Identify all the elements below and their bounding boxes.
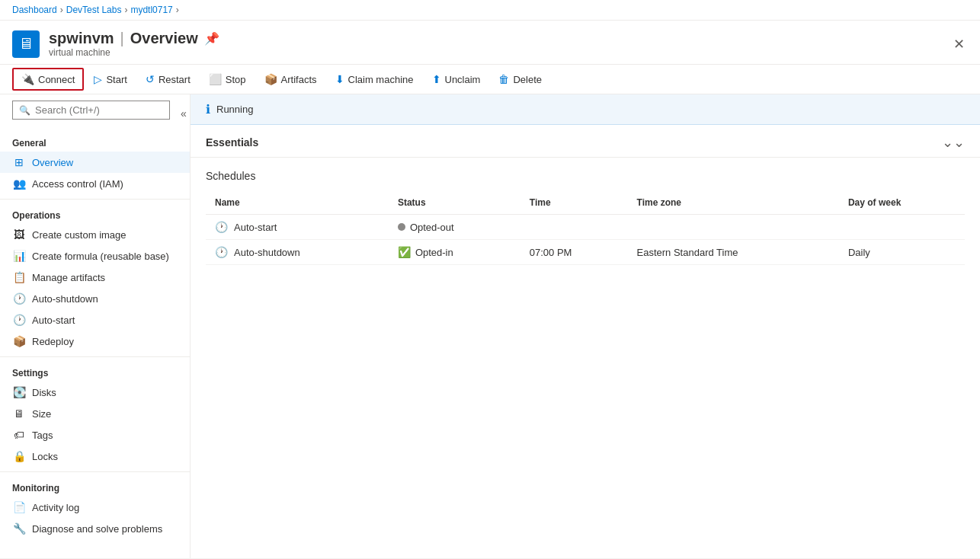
delete-button[interactable]: 🗑 Delete — [490, 69, 550, 90]
sidebar-item-manage-artifacts[interactable]: 📋 Manage artifacts — [0, 267, 190, 288]
nav-icon-tags: 🏷 — [12, 429, 26, 441]
toolbar: 🔌 Connect ▷ Start ↺ Restart ⬜ Stop 📦 Art… — [0, 65, 980, 94]
table-row: 🕐 Auto-start Opted-out — [206, 215, 965, 240]
sidebar-item-overview[interactable]: ⊞ Overview — [0, 152, 190, 173]
col-timezone: Time zone — [628, 191, 839, 215]
sidebar-item-disks[interactable]: 💽 Disks — [0, 382, 190, 403]
close-button[interactable]: ✕ — [950, 33, 968, 56]
check-icon: ✅ — [398, 246, 411, 258]
sidebar: 🔍 « General ⊞ Overview 👥 Access control … — [0, 94, 191, 558]
col-day: Day of week — [839, 191, 965, 215]
claim-icon: ⬇ — [335, 73, 344, 85]
status-text: Running — [216, 104, 253, 115]
nav-label-redeploy: Redeploy — [32, 336, 74, 347]
start-icon: ▷ — [94, 73, 102, 85]
sidebar-item-locks[interactable]: 🔒 Locks — [0, 446, 190, 467]
restart-icon: ↺ — [146, 73, 155, 85]
schedule-day-cell — [839, 215, 965, 240]
sidebar-item-auto-shutdown[interactable]: 🕐 Auto-shutdown — [0, 288, 190, 309]
connect-icon: 🔌 — [21, 73, 34, 85]
nav-icon-custom-image: 🖼 — [12, 228, 26, 241]
sidebar-item-custom-image[interactable]: 🖼 Create custom image — [0, 224, 190, 245]
nav-label-iam: Access control (IAM) — [32, 178, 123, 190]
nav-label-tags: Tags — [32, 430, 53, 441]
schedule-status-cell: Opted-out — [389, 215, 520, 240]
nav-label-size: Size — [32, 408, 51, 420]
settings-section-label: Settings — [0, 362, 190, 382]
collapse-sidebar-button[interactable]: « — [179, 106, 188, 121]
sidebar-item-formula[interactable]: 📊 Create formula (reusable base) — [0, 245, 190, 267]
sidebar-item-diagnose[interactable]: 🔧 Diagnose and solve problems — [0, 518, 190, 539]
breadcrumb-devtest[interactable]: DevTest Labs — [66, 5, 122, 15]
nav-icon-iam: 👥 — [12, 177, 26, 190]
claim-machine-button[interactable]: ⬇ Claim machine — [327, 69, 422, 90]
pin-icon[interactable]: 📌 — [204, 31, 219, 46]
vm-type: virtual machine — [49, 47, 219, 58]
essentials-title: Essentials — [206, 136, 258, 149]
schedules-section: Schedules Name Status Time Time zone Day… — [191, 158, 980, 277]
nav-label-formula: Create formula (reusable base) — [32, 251, 169, 262]
schedule-timezone-cell: Eastern Standard Time — [628, 240, 839, 265]
schedule-name-cell: 🕐 Auto-start — [206, 215, 389, 240]
breadcrumb-dashboard[interactable]: Dashboard — [12, 5, 57, 15]
nav-label-activity-log: Activity log — [32, 502, 79, 513]
breadcrumb-lab[interactable]: mydtl0717 — [130, 5, 172, 15]
clock-icon: 🕐 — [215, 246, 228, 258]
general-section-label: General — [0, 132, 190, 152]
schedule-timezone-cell — [628, 215, 839, 240]
nav-label-custom-image: Create custom image — [32, 229, 127, 241]
table-body: 🕐 Auto-start Opted-out 🕐 Auto-shutdown ✅… — [206, 215, 965, 265]
nav-icon-manage-artifacts: 📋 — [12, 271, 26, 283]
header-title-section: spwinvm | Overview 📌 virtual machine — [49, 30, 219, 58]
search-input[interactable] — [35, 104, 163, 116]
clock-icon: 🕐 — [215, 221, 228, 233]
artifacts-button[interactable]: 📦 Artifacts — [256, 69, 325, 90]
table-header: Name Status Time Time zone Day of week — [206, 191, 965, 215]
nav-label-diagnose: Diagnose and solve problems — [32, 523, 162, 535]
unclaim-button[interactable]: ⬆ Unclaim — [424, 69, 489, 90]
col-status: Status — [389, 191, 520, 215]
sidebar-item-size[interactable]: 🖥 Size — [0, 403, 190, 424]
nav-icon-activity-log: 📄 — [12, 501, 26, 513]
info-icon: ℹ — [206, 102, 210, 117]
sidebar-item-tags[interactable]: 🏷 Tags — [0, 424, 190, 446]
stop-icon: ⬜ — [209, 73, 222, 85]
table-row: 🕐 Auto-shutdown ✅Opted-in 07:00 PM Easte… — [206, 240, 965, 265]
nav-label-manage-artifacts: Manage artifacts — [32, 272, 105, 283]
schedule-time-cell: 07:00 PM — [520, 240, 628, 265]
vm-name: spwinvm — [49, 30, 114, 47]
stop-button[interactable]: ⬜ Stop — [200, 69, 255, 90]
schedules-title: Schedules — [206, 170, 965, 182]
essentials-collapse-button[interactable]: ⌄⌄ — [942, 134, 965, 151]
unclaim-icon: ⬆ — [432, 73, 441, 85]
gray-dot-icon — [398, 223, 405, 231]
sidebar-item-activity-log[interactable]: 📄 Activity log — [0, 497, 190, 518]
essentials-section: Essentials ⌄⌄ — [191, 125, 980, 158]
artifacts-icon: 📦 — [264, 73, 277, 85]
schedule-status-cell: ✅Opted-in — [389, 240, 520, 265]
search-box[interactable]: 🔍 — [12, 101, 170, 120]
start-button[interactable]: ▷ Start — [85, 69, 135, 90]
content-area: ℹ Running Essentials ⌄⌄ Schedules Name S… — [191, 94, 980, 558]
status-banner: ℹ Running — [191, 94, 980, 125]
monitoring-section-label: Monitoring — [0, 477, 190, 497]
col-time: Time — [520, 191, 628, 215]
settings-nav: 💽 Disks 🖥 Size 🏷 Tags 🔒 Locks — [0, 382, 190, 467]
general-nav: ⊞ Overview 👥 Access control (IAM) — [0, 152, 190, 194]
sidebar-item-iam[interactable]: 👥 Access control (IAM) — [0, 173, 190, 194]
nav-icon-redeploy: 📦 — [12, 335, 26, 347]
sidebar-item-redeploy[interactable]: 📦 Redeploy — [0, 331, 190, 352]
sidebar-item-auto-start[interactable]: 🕐 Auto-start — [0, 309, 190, 331]
col-name: Name — [206, 191, 389, 215]
schedule-day-cell: Daily — [839, 240, 965, 265]
schedule-time-cell — [520, 215, 628, 240]
restart-button[interactable]: ↺ Restart — [137, 69, 199, 90]
monitoring-nav: 📄 Activity log 🔧 Diagnose and solve prob… — [0, 497, 190, 539]
nav-icon-diagnose: 🔧 — [12, 522, 26, 535]
schedule-name-cell: 🕐 Auto-shutdown — [206, 240, 389, 265]
vm-avatar: 🖥 — [12, 30, 40, 58]
nav-label-overview: Overview — [32, 157, 73, 168]
nav-icon-overview: ⊞ — [12, 156, 26, 168]
connect-button[interactable]: 🔌 Connect — [12, 68, 84, 91]
operations-nav: 🖼 Create custom image 📊 Create formula (… — [0, 224, 190, 352]
